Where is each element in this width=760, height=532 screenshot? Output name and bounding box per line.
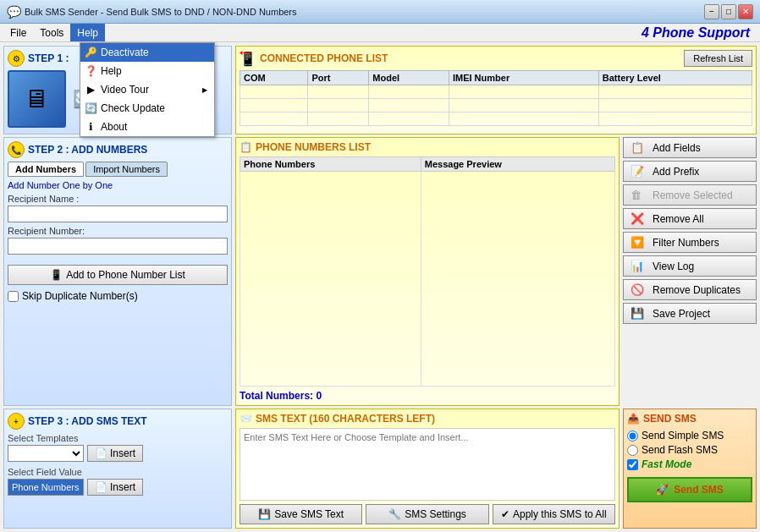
about-icon: ℹ <box>84 120 97 134</box>
fast-mode-checkbox[interactable] <box>627 459 638 470</box>
step1-header-text: STEP 1 : <box>28 52 69 64</box>
recipient-name-field: Recipient Name : <box>8 194 228 222</box>
add-fields-button[interactable]: 📋 Add Fields <box>623 137 757 158</box>
step3-header: + STEP 3 : ADD SMS TEXT <box>8 413 228 430</box>
simple-sms-radio[interactable] <box>627 431 638 442</box>
phone-support-text: 4 Phone Support <box>642 25 750 41</box>
filter-numbers-button[interactable]: 🔽 Filter Numbers <box>623 232 757 253</box>
col-message-preview: Message Preview <box>421 157 614 172</box>
field-value-selected: Phone Numbers <box>8 479 84 496</box>
view-log-icon: 📊 <box>631 260 647 272</box>
step3-header-text: STEP 3 : ADD SMS TEXT <box>28 415 147 427</box>
save-project-button[interactable]: 💾 Save Project <box>623 303 757 324</box>
recipient-number-label: Recipient Number: <box>8 226 228 236</box>
add-fields-icon: 📋 <box>631 141 647 154</box>
dropdown-video-tour[interactable]: ▶ Video Tour ▶ <box>80 80 214 99</box>
insert-template-button[interactable]: 📄 Insert <box>87 445 143 462</box>
arrow-indicator: ← <box>236 41 255 63</box>
step1-icon: ⚙ <box>8 50 25 67</box>
step2-header: 📞 STEP 2 : ADD NUMBERS <box>8 141 228 158</box>
menu-bar: File Tools Help 4 Phone Support 🔑 Deacti… <box>0 24 760 42</box>
menu-help[interactable]: Help <box>70 24 105 41</box>
simple-sms-row: Send Simple SMS <box>627 430 752 442</box>
tab-add-numbers[interactable]: Add Numbers <box>8 162 84 177</box>
connected-phone-table: COM Port Model IMEI Number Battery Level <box>240 70 752 126</box>
skip-duplicate-row: Skip Duplicate Number(s) <box>8 290 228 302</box>
minimize-button[interactable]: − <box>704 4 719 19</box>
col-imei: IMEI Number <box>449 71 598 85</box>
template-select-row: 📄 Insert <box>8 445 228 462</box>
sms-settings-button[interactable]: 🔧 SMS Settings <box>366 504 488 524</box>
remove-all-icon: ❌ <box>631 212 647 225</box>
phone-numbers-list-title: 📋 PHONE NUMBERS LIST <box>240 141 615 153</box>
connected-phone-panel: 📱 CONNECTED PHONE LIST Refresh List COM … <box>235 46 757 134</box>
add-prefix-icon: 📝 <box>631 165 647 178</box>
remove-duplicates-icon: 🚫 <box>631 283 647 296</box>
recipient-name-label: Recipient Name : <box>8 194 228 204</box>
maximize-button[interactable]: □ <box>721 4 736 19</box>
dropdown-check-update[interactable]: 🔄 Check Update <box>80 99 214 118</box>
send-icon: 📤 <box>627 413 640 425</box>
recipient-number-field: Recipient Number: <box>8 226 228 255</box>
help-dropdown-menu: 🔑 Deactivate ← ❓ Help ▶ Video Tour ▶ 🔄 C… <box>80 42 215 137</box>
template-select[interactable] <box>8 445 84 462</box>
insert-field-button[interactable]: 📄 Insert <box>87 479 143 496</box>
computer-icon: 🖥 <box>8 70 66 128</box>
dropdown-deactivate[interactable]: 🔑 Deactivate ← <box>80 43 214 62</box>
dropdown-about[interactable]: ℹ About <box>80 118 214 136</box>
col-com: COM <box>240 71 308 85</box>
step2-header-text: STEP 2 : ADD NUMBERS <box>28 144 147 156</box>
insert-field-icon: 📄 <box>95 481 107 493</box>
send-sms-button[interactable]: 🚀 Send SMS <box>627 477 752 502</box>
step2-icon: 📞 <box>8 141 25 158</box>
table-row <box>240 99 752 112</box>
phone-numbers-table: Phone Numbers Message Preview <box>240 156 615 387</box>
connected-phone-title: 📱 CONNECTED PHONE LIST <box>240 51 388 67</box>
apply-sms-button[interactable]: ✔ Apply this SMS to All <box>493 504 615 524</box>
flash-sms-row: Send Flash SMS <box>627 444 752 456</box>
remove-selected-button[interactable]: 🗑 Remove Selected <box>623 184 757 206</box>
step3-panel: + STEP 3 : ADD SMS TEXT Select Templates… <box>3 409 232 529</box>
tab-import-numbers[interactable]: Import Numbers <box>85 162 168 177</box>
flash-sms-radio[interactable] <box>627 445 638 456</box>
dropdown-help[interactable]: ❓ Help <box>80 62 214 80</box>
col-battery: Battery Level <box>598 71 752 85</box>
refresh-button[interactable]: Refresh List <box>684 50 752 67</box>
total-numbers: Total Numbers: 0 <box>240 390 615 402</box>
save-sms-icon: 💾 <box>258 508 271 520</box>
menu-file[interactable]: File <box>3 24 33 41</box>
action-buttons-panel: 📋 Add Fields 📝 Add Prefix 🗑 Remove Selec… <box>623 137 757 406</box>
bottom-section: + STEP 3 : ADD SMS TEXT Select Templates… <box>3 409 757 529</box>
send-sms-btn-icon: 🚀 <box>656 484 669 496</box>
view-log-button[interactable]: 📊 View Log <box>623 255 757 277</box>
phone-list-icon: 📱 <box>50 269 63 281</box>
skip-duplicate-checkbox[interactable] <box>8 291 19 302</box>
settings-icon: 🔧 <box>388 508 401 520</box>
sms-textarea[interactable] <box>240 428 615 501</box>
menu-tools[interactable]: Tools <box>33 24 70 41</box>
close-button[interactable]: ✕ <box>738 4 753 19</box>
remove-duplicates-button[interactable]: 🚫 Remove Duplicates <box>623 279 757 300</box>
recipient-number-input[interactable] <box>8 238 228 255</box>
sms-text-panel: 📨 SMS TEXT (160 CHARACTERS LEFT) 💾 Save … <box>235 409 620 529</box>
phone-list-title-icon: 📋 <box>240 141 252 153</box>
table-row <box>240 172 615 387</box>
add-to-list-button[interactable]: 📱 Add to Phone Number List <box>8 265 228 285</box>
title-bar-text: Bulk SMS Sender - Send Bulk SMS to DND /… <box>25 7 704 17</box>
table-row <box>240 112 752 126</box>
recipient-name-input[interactable] <box>8 206 228 222</box>
filter-icon: 🔽 <box>631 236 647 249</box>
step3-icon: + <box>8 413 25 430</box>
add-number-label: Add Number One by One <box>8 180 228 190</box>
col-port: Port <box>308 71 369 85</box>
remove-all-button[interactable]: ❌ Remove All <box>623 208 757 229</box>
field-value-row: Phone Numbers 📄 Insert <box>8 479 228 496</box>
send-sms-title: 📤 SEND SMS <box>627 413 752 425</box>
title-bar: 💬 Bulk SMS Sender - Send Bulk SMS to DND… <box>0 0 760 24</box>
remove-selected-icon: 🗑 <box>631 189 647 201</box>
submenu-arrow: ▶ <box>202 86 207 94</box>
table-row <box>240 85 752 99</box>
add-prefix-button[interactable]: 📝 Add Prefix <box>623 161 757 182</box>
send-sms-panel: 📤 SEND SMS Send Simple SMS Send Flash SM… <box>623 409 757 529</box>
save-sms-button[interactable]: 💾 Save SMS Text <box>240 504 362 524</box>
